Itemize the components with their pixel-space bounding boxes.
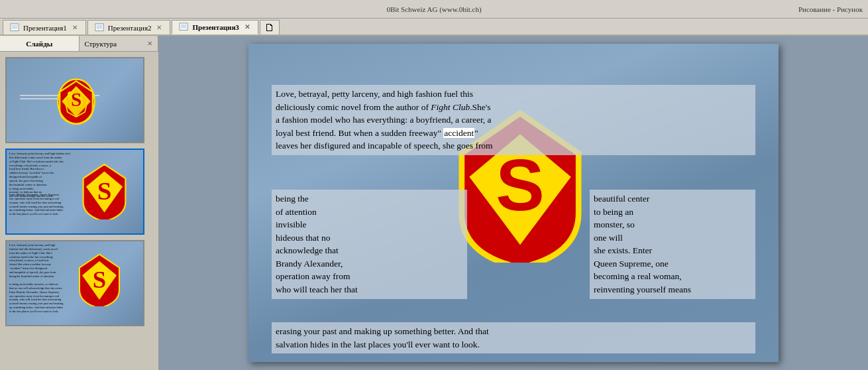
tab-presentation2[interactable]: Презентация2 ✕	[87, 20, 171, 34]
tab3-label: Презентация3	[192, 23, 239, 31]
text-line2: deliciously comic novel from the author …	[276, 102, 491, 112]
new-presentation-icon: 🗋	[264, 22, 275, 34]
main-slide: S Love, betrayal, petty larceny, and hig…	[248, 44, 779, 362]
text-one-will: one will	[594, 233, 623, 243]
sidebar-structure-label: Структура	[85, 40, 117, 48]
presentation2-icon	[95, 23, 104, 32]
slide-text-top: Love, betrayal, petty larceny, and high …	[272, 85, 755, 155]
slide-thumb-3[interactable]: Love, betrayal, petty larceny, and high …	[5, 240, 144, 326]
slide-text-right: beautiful center to being an monster, so…	[590, 190, 755, 299]
text-salvation: salvation hides in the last places you'l…	[276, 339, 480, 349]
text-who-teach: who will teach her that	[276, 284, 358, 294]
tab1-close[interactable]: ✕	[71, 24, 79, 31]
new-presentation-button[interactable]: 🗋	[260, 20, 280, 34]
svg-text:S: S	[71, 89, 81, 110]
svg-rect-3	[96, 25, 102, 29]
text-operation: operation away from	[276, 271, 350, 281]
sidebar-tab-slides[interactable]: Слайды	[0, 36, 80, 51]
top-bar: 0Bit Schweiz AG (www.0bit.ch) Рисование …	[0, 0, 868, 19]
text-acknowledge: acknowledge that	[276, 245, 339, 255]
tab-bar: Презентация1 ✕ Презентация2 ✕ Презентаци…	[0, 19, 868, 36]
text-erasing: erasing your past and making up somethin…	[276, 326, 489, 336]
thumb3-text2: to being an invisible monster, so hideou…	[9, 282, 82, 314]
text-line1: Love, betrayal, petty larceny, and high …	[276, 89, 473, 99]
text-being-the: being the	[276, 194, 309, 204]
slide-text-left: being the of attention invisible hideous…	[272, 190, 467, 299]
presentation3-icon	[179, 23, 188, 32]
slide-thumb-2[interactable]: Love, betrayal, petty larceny, and high …	[5, 149, 144, 235]
superman-logo-thumb3: S	[76, 253, 123, 306]
text-line5: leaves her disfigured and incapable of s…	[276, 141, 493, 151]
text-monster: monster, so	[594, 219, 635, 229]
sidebar-slides-label: Слайды	[26, 40, 52, 48]
thumb2-text2: Enter Brandy Alexander, Queen Supreme, o…	[9, 193, 89, 216]
text-queen: Queen Supreme, one	[594, 259, 669, 269]
tab3-close[interactable]: ✕	[243, 23, 251, 31]
sidebar-close[interactable]: ✕	[147, 40, 152, 47]
slides-panel[interactable]: S Love, betrayal, petty larceny, and hig…	[0, 52, 158, 370]
superman-logo-thumb1: S	[56, 78, 96, 125]
sidebar-tab-bar: Слайды Структура ✕	[0, 36, 158, 52]
slide-text-bottom: erasing your past and making up somethin…	[272, 322, 755, 353]
main-layout: Слайды Структура ✕	[0, 36, 868, 370]
sidebar-tab-structure[interactable]: Структура ✕	[80, 36, 159, 51]
thumb2-text: Love, betrayal, petty larceny, and high …	[9, 152, 89, 198]
tab2-label: Презентация2	[108, 24, 152, 32]
svg-text:S: S	[93, 266, 106, 293]
content-area: S Love, betrayal, petty larceny, and hig…	[159, 36, 868, 370]
text-reinventing: reinventing yourself means	[594, 284, 691, 294]
text-line4: loyal best friend. But when a sudden fre…	[276, 128, 478, 138]
slide-thumb-3-inner: Love, betrayal, petty larceny, and high …	[7, 241, 143, 325]
text-line3: a fashion model who has everything: a bo…	[276, 115, 492, 125]
tab-presentation1[interactable]: Презентация1 ✕	[3, 20, 86, 34]
thumb3-text: Love, betrayal, petty larceny, and high …	[9, 243, 82, 278]
tab-presentation3[interactable]: Презентация3 ✕	[172, 20, 258, 34]
slide-thumb-1-inner: S	[7, 58, 143, 142]
top-bar-title: 0Bit Schweiz AG (www.0bit.ch)	[386, 5, 481, 13]
text-to-being: to being an	[594, 207, 633, 217]
text-becoming: becoming a real woman,	[594, 271, 682, 281]
sidebar: Слайды Структура ✕	[0, 36, 159, 370]
text-invisible: invisible	[276, 219, 307, 229]
text-of-attention: of attention	[276, 207, 317, 217]
tab1-label: Презентация1	[23, 24, 67, 32]
svg-rect-1	[12, 25, 18, 29]
slide-thumb-2-inner: Love, betrayal, petty larceny, and high …	[7, 150, 143, 233]
svg-rect-5	[181, 24, 187, 28]
svg-text:S: S	[97, 176, 112, 205]
svg-text:S: S	[496, 144, 545, 225]
top-bar-right: Рисование - Рисунок	[798, 5, 863, 13]
presentation-icon	[10, 23, 19, 32]
text-brandy: Brandy Alexander,	[276, 259, 343, 269]
slide-thumb-1[interactable]: S	[5, 57, 144, 143]
text-beautiful: beautiful center	[594, 194, 649, 204]
text-hideous: hideous that no	[276, 233, 331, 243]
tab2-close[interactable]: ✕	[155, 24, 163, 31]
text-she-exists: she exists. Enter	[594, 245, 652, 255]
